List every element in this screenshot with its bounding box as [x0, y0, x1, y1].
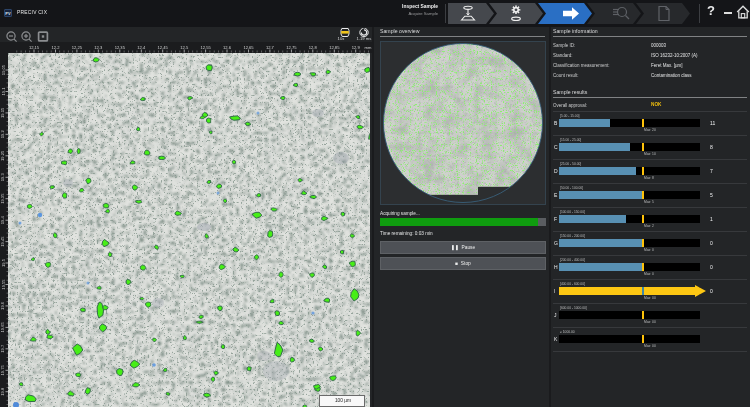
- svg-text:12.8: 12.8: [309, 45, 318, 50]
- svg-text:19.35: 19.35: [1, 193, 6, 204]
- svg-text:12.9: 12.9: [352, 45, 361, 50]
- svg-text:19.55: 19.55: [1, 279, 6, 290]
- svg-text:12.15: 12.15: [29, 45, 40, 50]
- svg-text:19.3: 19.3: [1, 172, 6, 181]
- svg-text:12.25: 12.25: [72, 45, 83, 50]
- svg-text:19.4: 19.4: [1, 215, 6, 224]
- svg-text:12.5: 12.5: [180, 45, 189, 50]
- svg-text:19.6: 19.6: [1, 301, 6, 310]
- svg-text:19.65: 19.65: [1, 322, 6, 333]
- svg-text:mm: mm: [365, 45, 372, 50]
- svg-text:12.35: 12.35: [115, 45, 126, 50]
- svg-text:19.45: 19.45: [1, 236, 6, 247]
- svg-text:12.55: 12.55: [200, 45, 211, 50]
- svg-text:19.2: 19.2: [1, 130, 6, 139]
- svg-text:12.7: 12.7: [266, 45, 275, 50]
- svg-text:12.85: 12.85: [329, 45, 340, 50]
- svg-text:19.25: 19.25: [1, 150, 6, 161]
- svg-text:19.05: 19.05: [1, 64, 6, 75]
- svg-text:19.8: 19.8: [1, 387, 6, 396]
- svg-text:19.15: 19.15: [1, 107, 6, 118]
- svg-text:12.75: 12.75: [286, 45, 297, 50]
- svg-text:12.3: 12.3: [94, 45, 103, 50]
- svg-text:12.45: 12.45: [158, 45, 169, 50]
- svg-text:12.2: 12.2: [52, 45, 61, 50]
- svg-text:19.75: 19.75: [1, 364, 6, 375]
- svg-text:19.1: 19.1: [1, 87, 6, 96]
- svg-text:19.7: 19.7: [1, 344, 6, 353]
- svg-text:19.5: 19.5: [1, 258, 6, 267]
- svg-text:12.4: 12.4: [137, 45, 146, 50]
- svg-text:12.65: 12.65: [243, 45, 254, 50]
- svg-text:12.6: 12.6: [223, 45, 232, 50]
